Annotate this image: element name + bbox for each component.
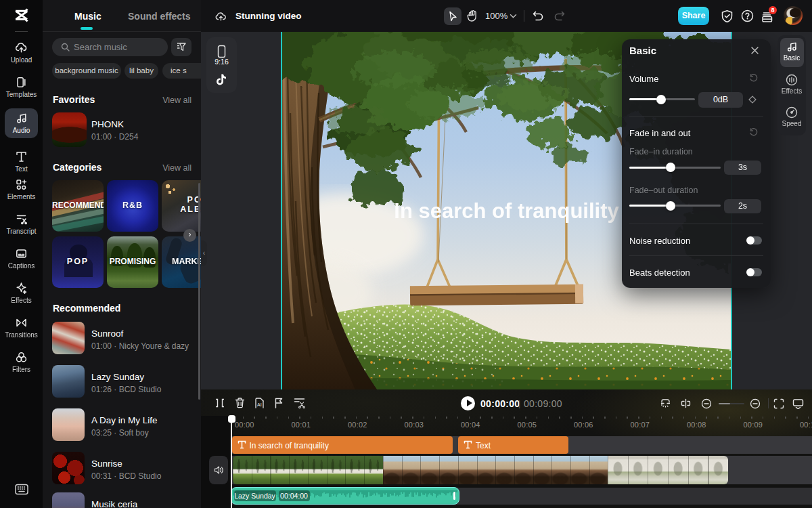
svg-text:AI: AI [257,402,262,407]
